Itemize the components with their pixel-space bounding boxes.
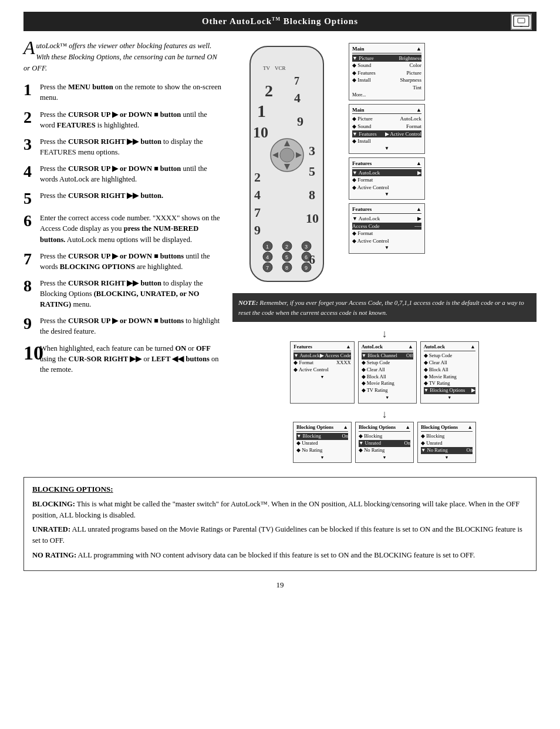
screen-features-access: Features▲ ▼ AutoLock▶ Access Code ◆ Form… [290, 341, 354, 404]
s-row-norating: ◆ No Rating [296, 447, 348, 454]
s-row-unrated3: ◆ Unrated [421, 440, 473, 447]
arrow-down-1: ↓ [232, 328, 537, 340]
step-text-4: Press the CURSOR UP ▶ or DOWN ■ button u… [40, 163, 223, 184]
step-text-3: Press the CURSOR RIGHT ▶▶ button to disp… [40, 136, 223, 157]
step-3: 3 Press the CURSOR RIGHT ▶▶ button to di… [23, 136, 223, 157]
menu-row-tint: Tint [352, 84, 421, 92]
step-1: 1 Press the MENU button on the remote to… [23, 82, 223, 103]
step-number-4: 4 [23, 163, 40, 180]
step-number-1: 1 [23, 82, 40, 98]
remote-illustration: TV VCR 2 4 7 1 9 [232, 41, 344, 290]
svg-text:10: 10 [253, 124, 268, 141]
step-text-9: Press the CURSOR UP ▶ or DOWN ■ buttons … [40, 315, 223, 337]
menu-row-autolock: ▼ AutoLock▶ [352, 169, 421, 177]
s-scroll-bo3: ▼ [421, 455, 473, 461]
svg-text:TV: TV [263, 65, 270, 71]
menu-title-access: Features▲ [352, 206, 421, 214]
header-title: Other AutoLockTM Blocking Options [202, 16, 358, 26]
norating-description: NO RATING: ALL programming with NO conte… [32, 550, 528, 561]
menu-screen-main2: Main▲ ◆ PictureAutoLock ◆ SoundFormat ▼ … [349, 104, 425, 154]
screen-bo-unrated: Blocking Options▲ ◆ Blocking ▼ UnratedOn… [355, 422, 414, 463]
svg-text:6: 6 [305, 254, 308, 260]
step-text-5: Press the CURSOR RIGHT ▶▶ button. [40, 190, 163, 201]
svg-text:5: 5 [285, 254, 288, 260]
step-number-6: 6 [23, 213, 40, 229]
s-row-setupcode2: ◆ Setup Code [424, 352, 475, 360]
s-row-clearall: ◆ Clear All [362, 367, 413, 374]
s-row-clearall2: ◆ Clear All [424, 360, 475, 367]
svg-text:VCR: VCR [275, 65, 286, 71]
s-scroll-ab: ▼ [362, 395, 413, 401]
menu-screen-features: Features▲ ▼ AutoLock▶ ◆ Format ◆ Active … [349, 157, 425, 200]
step-5: 5 Press the CURSOR RIGHT ▶▶ button. [23, 190, 223, 207]
s-row-norating3: ▼ No RatingOn [421, 447, 473, 454]
svg-text:2: 2 [285, 244, 288, 250]
screen-title-bo2: Blocking Options▲ [359, 424, 410, 432]
s-row-format-fa: ◆ FormatXXXX [294, 360, 350, 367]
step-2: 2 Press the CURSOR UP ▶ or DOWN ■ button… [23, 109, 223, 130]
svg-text:7: 7 [254, 205, 261, 220]
screens-row-1: Features▲ ▼ AutoLock▶ Access Code ◆ Form… [232, 341, 537, 404]
svg-text:3: 3 [309, 143, 315, 158]
s-row-autolock-access: ▼ AutoLock▶ Access Code [294, 352, 350, 360]
step-number-5: 5 [23, 190, 40, 207]
s-row-blockall2: ◆ Block All [424, 367, 475, 374]
menu-row-autolock2: ▼ AutoLock▶ [352, 215, 421, 223]
step-10: 10 When highlighted, each feature can be… [23, 343, 223, 375]
svg-text:4: 4 [294, 90, 301, 105]
step-text-2: Press the CURSOR UP ▶ or DOWN ■ button u… [40, 109, 223, 130]
menu-row-activecontrol2: ◆ Active Control [352, 237, 421, 245]
s-row-active-fa: ◆ Active Control [294, 367, 350, 374]
s-row-tvrating: ◆ TV Rating [362, 387, 413, 394]
menu-row-features2: ▼ Features▶ Active Control [352, 130, 421, 138]
menu-row-sound: ◆ SoundColor [352, 62, 421, 69]
step-text-1: Press the MENU button on the remote to s… [40, 82, 223, 103]
menu-scroll2: ▼ [352, 145, 421, 152]
menu-row-more: More... [352, 92, 421, 98]
s-row-movierating2: ◆ Movie Rating [424, 374, 475, 381]
step-9: 9 Press the CURSOR UP ▶ or DOWN ■ button… [23, 315, 223, 337]
note-box: NOTE: Remember, if you ever forget your … [232, 293, 537, 322]
svg-rect-1 [518, 18, 525, 23]
svg-text:7: 7 [266, 265, 269, 271]
svg-text:10: 10 [306, 211, 319, 226]
drop-cap: A [23, 41, 35, 56]
screen-autolock-block: AutoLock▲ ▼ Block ChannelOff ◆ Setup Cod… [358, 341, 417, 404]
arrow-down-2: ↓ [232, 408, 537, 421]
svg-text:6: 6 [309, 252, 315, 267]
step-number-8: 8 [23, 278, 40, 294]
screen-title-al-bo: AutoLock▲ [424, 344, 475, 351]
info-box-title: BLOCKING OPTIONS: [32, 483, 528, 495]
screen-autolock-blocking: AutoLock▲ ◆ Setup Code ◆ Clear All ◆ Blo… [420, 341, 479, 404]
svg-text:5: 5 [309, 164, 315, 179]
menu-row-accesscode: Access Code---- [352, 223, 421, 230]
step-text-10: When highlighted, each feature can be tu… [40, 343, 223, 375]
s-scroll-bo2: ▼ [359, 455, 410, 461]
step-number-9: 9 [23, 315, 40, 332]
svg-text:9: 9 [297, 114, 303, 129]
unrated-description: UNRATED: ALL unrated programs based on t… [32, 524, 528, 546]
screen-title-fa: Features▲ [294, 344, 350, 351]
screen-bo-norating: Blocking Options▲ ◆ Blocking ◆ Unrated ▼… [417, 422, 476, 463]
step-number-7: 7 [23, 251, 40, 267]
page-header: Other AutoLockTM Blocking Options [23, 12, 537, 31]
menu-row-sound2: ◆ SoundFormat [352, 123, 421, 130]
intro-text: AutoLock™ offers the viewer other blocki… [23, 41, 223, 73]
screen-bo-blocking: Blocking Options▲ ▼ BlockingOn ◆ Unrated… [293, 422, 352, 463]
svg-text:9: 9 [254, 223, 261, 237]
step-8: 8 Press the CURSOR RIGHT ▶▶ button to di… [23, 278, 223, 310]
svg-text:2: 2 [254, 170, 261, 184]
step-4: 4 Press the CURSOR UP ▶ or DOWN ■ button… [23, 163, 223, 184]
screens-row-2: Blocking Options▲ ▼ BlockingOn ◆ Unrated… [232, 422, 537, 463]
s-row-blockchannel: ▼ Block ChannelOff [362, 352, 413, 360]
s-scroll-fa: ▼ [294, 375, 350, 381]
menu-row-format: ◆ Format [352, 176, 421, 184]
right-column: TV VCR 2 4 7 1 9 [232, 41, 537, 468]
svg-text:2: 2 [265, 82, 273, 100]
page-number: 19 [23, 580, 537, 590]
menu-screen-access: Features▲ ▼ AutoLock▶ Access Code---- ◆ … [349, 203, 425, 253]
step-text-6: Enter the correct access code number. "X… [40, 213, 223, 244]
menu-row-picture: ▼ PictureBrightness [352, 55, 421, 62]
svg-text:9: 9 [305, 265, 308, 271]
svg-text:4: 4 [266, 254, 269, 260]
